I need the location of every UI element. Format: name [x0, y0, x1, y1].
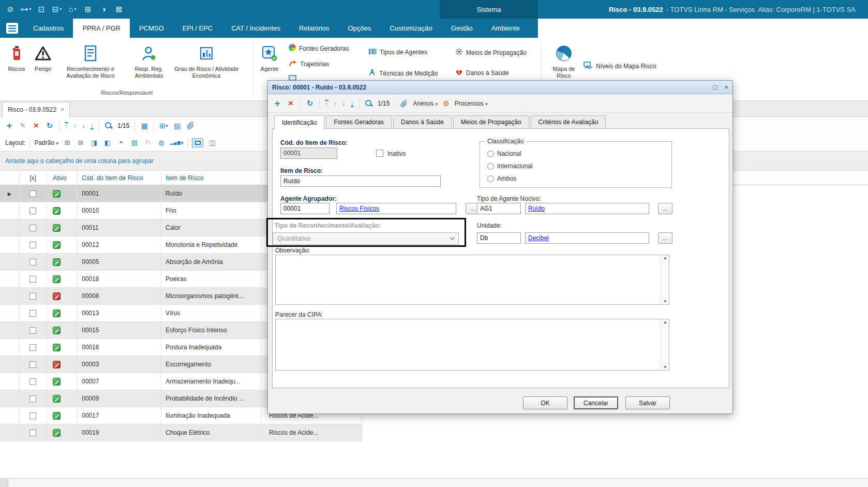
row-checkbox[interactable]: [29, 242, 36, 248]
ribbon-item-mapa-de-risco[interactable]: Mapa de Risco: [547, 42, 580, 79]
menu-tab-gestao[interactable]: Gestão: [442, 19, 482, 38]
row-checkbox[interactable]: [29, 293, 36, 300]
menu-button[interactable]: [0, 19, 24, 38]
cod-item-risco-input[interactable]: 00001: [280, 147, 337, 159]
menu-tab-ambiente[interactable]: Ambiente: [482, 19, 529, 38]
close-button[interactable]: ×: [724, 83, 728, 91]
unidade-browse-button[interactable]: ...: [658, 232, 672, 244]
textarea-scrollbar[interactable]: ▲ ▼: [661, 255, 669, 304]
menu-tab-customizacao[interactable]: Customização: [380, 19, 441, 38]
edit-button[interactable]: ✎: [19, 121, 27, 131]
column-header-ativo[interactable]: Ativo: [47, 171, 78, 185]
horizontal-scrollbar[interactable]: [0, 478, 868, 487]
column-chooser-button[interactable]: ▦: [140, 121, 148, 131]
last-record-button[interactable]: ↓: [351, 100, 354, 107]
layout-preset-dropdown[interactable]: Padrão ▾: [34, 139, 58, 146]
search-icon[interactable]: [104, 122, 112, 129]
next-record-button[interactable]: ↓: [342, 100, 346, 107]
ribbon-item-resp-reg-ambientais[interactable]: Resp. Reg. Ambientais: [127, 42, 171, 79]
ribbon-item-meios-de-propagacao[interactable]: Meios de Propagação: [455, 48, 527, 57]
prev-record-button[interactable]: ↑: [334, 100, 337, 107]
dialog-tab-meios-de-propagacao[interactable]: Meios de Propagação: [453, 115, 529, 129]
column-header-item-de-risco[interactable]: Item de Risco: [161, 171, 261, 185]
contrast-icon[interactable]: ◑: [97, 2, 110, 16]
attachments-button[interactable]: [187, 122, 194, 129]
refresh-button[interactable]: ↻: [46, 121, 54, 131]
menu-tab-relatorios[interactable]: Relatórios: [290, 19, 339, 38]
dialog-tab-criterios-de-avaliacao[interactable]: Critérios de Avaliação: [531, 115, 606, 129]
unidade-link-field[interactable]: Decibel: [525, 232, 649, 244]
salvar-button[interactable]: Salvar: [625, 396, 670, 409]
dialog-tab-identificacao[interactable]: Identificação: [274, 115, 324, 129]
scroll-down-icon[interactable]: ▼: [661, 365, 669, 370]
observacao-textarea[interactable]: ▲ ▼: [275, 255, 669, 305]
row-checkbox[interactable]: [29, 327, 36, 334]
radio-internacional[interactable]: Internacional: [487, 163, 533, 170]
first-record-button[interactable]: ↑: [325, 100, 328, 107]
agente-link[interactable]: Riscos Físicos: [339, 205, 379, 212]
export-button[interactable]: ⊞▾: [159, 121, 168, 131]
window-list-icon[interactable]: ⊟▾: [51, 2, 63, 16]
ribbon-item-fontes-geradoras[interactable]: Fontes Geradoras: [289, 44, 349, 53]
item-risco-input[interactable]: Ruído: [280, 175, 441, 187]
ok-button[interactable]: OK: [523, 396, 567, 409]
chart-button[interactable]: ▂▄▆▾: [170, 138, 184, 148]
inativo-checkbox[interactable]: [376, 150, 383, 157]
workflow-icon[interactable]: ⊶▾: [20, 2, 32, 16]
column-header-x[interactable]: [x]: [20, 171, 47, 185]
preview-toggle-button[interactable]: [192, 138, 203, 147]
next-record-button[interactable]: ↓: [82, 123, 85, 129]
row-checkbox[interactable]: [29, 208, 36, 214]
logo-icon[interactable]: ⊘: [4, 2, 17, 16]
dialog-tab-fontes-geradoras[interactable]: Fontes Geradoras: [326, 115, 392, 129]
window-icon[interactable]: ⊡: [35, 2, 48, 16]
ribbon-item-trajetorias[interactable]: Trajetórias: [289, 60, 329, 68]
radio-ambos[interactable]: Ambos: [487, 175, 516, 182]
dialog-titlebar[interactable]: Risco: 00001 - Ruído - 03.9.0522 □ ×: [268, 81, 732, 94]
row-checkbox[interactable]: [29, 378, 36, 385]
refresh-button[interactable]: ↻: [306, 98, 314, 109]
unidade-code-input[interactable]: Db: [477, 232, 521, 244]
ribbon-item-tecnicas-de-medicao[interactable]: Técnicas de Medição: [368, 69, 438, 78]
row-checkbox[interactable]: [29, 412, 36, 419]
ribbon-item-danos-a-saude[interactable]: Danos à Saúde: [455, 69, 509, 77]
row-checkbox[interactable]: [29, 225, 36, 231]
row-checkbox[interactable]: [29, 190, 36, 197]
menu-tab-cadastros[interactable]: Cadastros: [24, 19, 73, 38]
tipo-agente-code-input[interactable]: AG1: [477, 203, 521, 214]
add-button[interactable]: +: [5, 121, 13, 131]
menu-tab-epi-epc[interactable]: EPI / EPC: [173, 19, 222, 38]
dialog-tab-danos-a-saude[interactable]: Danos à Saúde: [393, 115, 452, 129]
apps-icon[interactable]: ⊞: [82, 2, 94, 16]
scroll-up-icon[interactable]: ▲: [661, 256, 669, 260]
delete-button[interactable]: ×: [287, 98, 295, 109]
menu-tab-opcoes[interactable]: Opções: [339, 19, 381, 38]
report-button[interactable]: ▤: [173, 121, 182, 131]
row-checkbox[interactable]: [29, 361, 36, 368]
menu-tab-pcmso[interactable]: PCMSO: [130, 19, 173, 38]
detach-icon[interactable]: ⊠: [113, 2, 125, 16]
textarea-scrollbar[interactable]: ▲ ▼: [661, 319, 669, 370]
layout-upload-button[interactable]: ◓: [116, 138, 126, 148]
add-button[interactable]: +: [273, 98, 281, 109]
layout-import-button[interactable]: ◨: [89, 138, 99, 148]
row-checkbox[interactable]: [29, 259, 36, 265]
pin-button[interactable]: ⚐: [143, 138, 153, 148]
row-checkbox[interactable]: [29, 430, 36, 436]
processos-dropdown[interactable]: Processos ▾: [455, 100, 488, 107]
print-button[interactable]: ▤: [130, 138, 139, 148]
scroll-up-icon[interactable]: ▲: [661, 320, 669, 324]
ribbon-item-agente[interactable]: Agente: [256, 42, 283, 72]
cancelar-button[interactable]: Cancelar: [574, 396, 618, 409]
row-checkbox[interactable]: [29, 276, 36, 283]
layout-export-button[interactable]: ◧: [103, 138, 112, 148]
tipo-agente-link[interactable]: Ruído: [528, 205, 545, 212]
row-checkbox[interactable]: [29, 344, 36, 351]
search-icon[interactable]: [365, 99, 372, 107]
ribbon-item-reconhecimento-e-avaliacao-de-risco[interactable]: Reconhecimento e Avaliação de Risco: [58, 42, 123, 79]
parecer-textarea[interactable]: ▲ ▼: [275, 319, 669, 371]
tipo-agente-link-field[interactable]: Ruído: [525, 203, 649, 214]
layout-add-button[interactable]: ⊞: [63, 138, 72, 148]
scroll-down-icon[interactable]: ▼: [661, 299, 669, 304]
row-checkbox[interactable]: [29, 395, 36, 402]
